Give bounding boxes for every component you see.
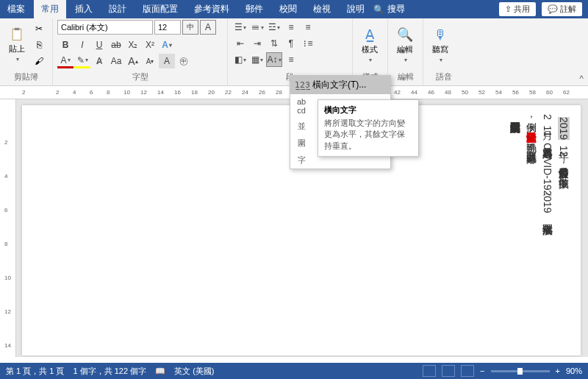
ruler-tick: 44 bbox=[411, 89, 417, 96]
text-line-2[interactable]: 2 月 11 日將其定名為 COVID-19（2019 年冠狀病毒疾 bbox=[539, 114, 556, 216]
change-case-button[interactable]: Aa bbox=[108, 54, 124, 68]
menu-mailings[interactable]: 郵件 bbox=[238, 0, 270, 18]
bold-button[interactable]: B bbox=[57, 38, 74, 52]
underline-button[interactable]: U bbox=[91, 38, 107, 52]
menu-design[interactable]: 設計 bbox=[101, 0, 134, 18]
styles-icon: A̲ bbox=[365, 26, 374, 43]
enclose-char-button[interactable]: ㊥ bbox=[176, 54, 192, 68]
decrease-indent-button[interactable]: ⇤ bbox=[232, 36, 248, 51]
grow-font-button[interactable]: A▴ bbox=[125, 54, 141, 68]
dictate-button[interactable]: 🎙 聽寫 ▾ bbox=[428, 20, 453, 70]
numbering-button[interactable]: ⩸▾ bbox=[249, 20, 265, 35]
menu-layout[interactable]: 版面配置 bbox=[135, 0, 185, 18]
font-color-button[interactable]: A▾ bbox=[57, 54, 74, 68]
format-painter-button[interactable]: 🖌 bbox=[31, 54, 47, 68]
paste-button[interactable]: 貼上 ▾ bbox=[4, 20, 29, 70]
view-print-button[interactable] bbox=[442, 365, 455, 377]
cut-button[interactable]: ✂ bbox=[31, 21, 47, 36]
status-words[interactable]: 1 個字，共 122 個字 bbox=[73, 366, 146, 377]
char-shading-button[interactable]: A bbox=[159, 54, 175, 68]
status-spellcheck-icon[interactable]: 📖 bbox=[155, 366, 165, 376]
ruler-tick: 2 bbox=[22, 89, 25, 96]
zoom-slider[interactable] bbox=[491, 370, 550, 372]
bullets-button[interactable]: ☰▾ bbox=[232, 20, 248, 35]
align-right-button[interactable]: ≡ bbox=[283, 52, 299, 67]
shrink-font-button[interactable]: A▾ bbox=[142, 54, 158, 68]
search-box[interactable]: 🔍 搜尋 bbox=[373, 0, 405, 18]
align-left-button[interactable]: ≡ bbox=[283, 20, 299, 35]
menu-insert[interactable]: 插入 bbox=[68, 0, 100, 18]
dropdown-item-horizontal[interactable]: 1̲2̲3̲ 橫向文字(T)... bbox=[290, 76, 390, 94]
align-center-button[interactable]: ≡ bbox=[300, 20, 316, 35]
chevron-down-icon: ▾ bbox=[369, 57, 372, 63]
strikethrough-button[interactable]: ab bbox=[108, 38, 124, 52]
zoom-out-button[interactable]: − bbox=[480, 366, 484, 375]
menu-home[interactable]: 常用 bbox=[34, 0, 66, 18]
font-size-select[interactable] bbox=[154, 20, 181, 35]
ruler-tick: 2 bbox=[56, 89, 59, 96]
vertical-ruler[interactable]: 2468101214 bbox=[0, 99, 16, 357]
dropdown-item-label: 橫向文字(T)... bbox=[312, 79, 366, 91]
combine-chars-icon: ab cd bbox=[295, 97, 308, 115]
collapse-ribbon-button[interactable]: ^ bbox=[579, 74, 584, 84]
share-button[interactable]: ⇪ 共用 bbox=[499, 2, 536, 16]
styles-label: 樣式 bbox=[362, 44, 378, 55]
view-web-button[interactable] bbox=[461, 365, 474, 377]
text-line-3[interactable]: 病例，疾管署籲民眾勿恐慌，勤洗手、必要時戴口罩 bbox=[523, 114, 539, 145]
increase-indent-button[interactable]: ⇥ bbox=[249, 36, 265, 51]
editing-group-label: 編輯 bbox=[392, 70, 418, 84]
comments-button[interactable]: 💬 註解 bbox=[542, 2, 582, 16]
ruler-tick: 14 bbox=[157, 89, 164, 96]
menu-view[interactable]: 檢視 bbox=[306, 0, 338, 18]
menu-file[interactable]: 檔案 bbox=[0, 0, 32, 18]
ruler-tick: 10 bbox=[123, 89, 130, 96]
styles-button[interactable]: A̲ 樣式 ▾ bbox=[357, 20, 382, 70]
ruler-tick: 8 bbox=[107, 89, 110, 96]
zoom-in-button[interactable]: + bbox=[556, 366, 560, 375]
italic-button[interactable]: I bbox=[74, 38, 90, 52]
shading-button[interactable]: ◧▾ bbox=[232, 52, 248, 67]
ruler-tick: 2 bbox=[4, 139, 7, 146]
ruler-tick: 56 bbox=[512, 89, 519, 96]
chevron-down-icon: ▾ bbox=[440, 57, 442, 63]
text-line-1[interactable]: 中國武漢市 2019 年 12 月起爆發肺炎疫情，並擴散中 bbox=[556, 114, 572, 170]
borders-button[interactable]: ▦▾ bbox=[249, 52, 265, 67]
scissors-icon: ✂ bbox=[35, 24, 43, 34]
text-direction-button[interactable]: A↕▾ bbox=[266, 52, 282, 67]
text-run: 病例， bbox=[526, 114, 537, 124]
show-marks-button[interactable]: ¶ bbox=[283, 36, 299, 51]
menu-references[interactable]: 參考資料 bbox=[187, 0, 237, 18]
sort-button[interactable]: ⇅ bbox=[266, 36, 282, 51]
superscript-button[interactable]: X² bbox=[142, 38, 158, 52]
share-icon: ⇪ bbox=[505, 4, 512, 14]
multilevel-button[interactable]: ☲▾ bbox=[266, 20, 282, 35]
phonetic-guide-button[interactable]: 中 bbox=[182, 20, 198, 35]
char-border-button[interactable]: A bbox=[200, 20, 216, 35]
zoom-level[interactable]: 90% bbox=[566, 366, 582, 375]
highlight-button[interactable]: ✎▾ bbox=[74, 54, 90, 68]
menu-help[interactable]: 說明 bbox=[340, 0, 372, 18]
copy-button[interactable]: ⎘ bbox=[31, 38, 47, 52]
ruler-tick: 18 bbox=[191, 89, 198, 96]
clear-format-button[interactable]: A̷ bbox=[91, 54, 107, 68]
two-lines-icon: 並 bbox=[295, 121, 308, 132]
editing-button[interactable]: 🔍 編輯 ▾ bbox=[392, 20, 417, 70]
status-page[interactable]: 第 1 頁，共 1 頁 bbox=[6, 366, 64, 377]
ruler-tick: 58 bbox=[529, 89, 536, 96]
text-effects-button[interactable]: A▾ bbox=[159, 38, 175, 52]
status-language[interactable]: 英文 (美國) bbox=[174, 366, 214, 377]
font-name-select[interactable] bbox=[57, 20, 153, 35]
line-spacing-button[interactable]: ⫶≡ bbox=[300, 36, 316, 51]
menu-review[interactable]: 校閱 bbox=[272, 0, 304, 18]
copy-icon: ⎘ bbox=[37, 40, 42, 50]
subscript-button[interactable]: X₂ bbox=[125, 38, 141, 52]
ruler-tick: 20 bbox=[208, 89, 215, 96]
editing-label: 編輯 bbox=[397, 44, 413, 55]
microphone-icon: 🎙 bbox=[434, 27, 447, 43]
ruler-tick: 28 bbox=[276, 89, 282, 96]
ruler-tick: 4 bbox=[4, 173, 7, 180]
view-read-button[interactable] bbox=[423, 365, 436, 377]
ruler-tick: 60 bbox=[546, 89, 553, 96]
char-scaling-icon: 字 bbox=[295, 155, 308, 166]
font-group-label: 字型 bbox=[57, 70, 223, 84]
